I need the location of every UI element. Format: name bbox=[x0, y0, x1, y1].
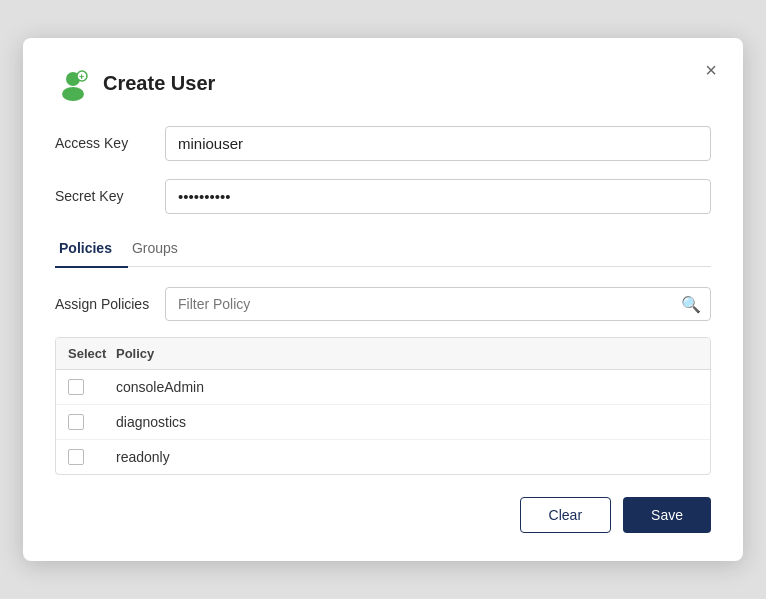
secret-key-input[interactable] bbox=[165, 179, 711, 214]
policy-table-header: Select Policy bbox=[56, 338, 710, 370]
policy-checkbox[interactable] bbox=[68, 414, 84, 430]
policy-table-body[interactable]: consoleAdmin diagnostics readonly bbox=[56, 370, 710, 474]
select-cell bbox=[68, 449, 116, 465]
create-user-modal: × + Create User Access Key Secret Key Po… bbox=[23, 38, 743, 562]
save-button[interactable]: Save bbox=[623, 497, 711, 533]
secret-key-row: Secret Key bbox=[55, 179, 711, 214]
filter-input-wrap: 🔍 bbox=[165, 287, 711, 321]
table-row: readonly bbox=[56, 440, 710, 474]
col-select-header: Select bbox=[68, 346, 116, 361]
policy-name: consoleAdmin bbox=[116, 379, 698, 395]
clear-button[interactable]: Clear bbox=[520, 497, 611, 533]
policy-name: readonly bbox=[116, 449, 698, 465]
table-row: diagnostics bbox=[56, 405, 710, 440]
policy-checkbox[interactable] bbox=[68, 449, 84, 465]
user-icon: + bbox=[55, 66, 91, 102]
access-key-label: Access Key bbox=[55, 135, 165, 151]
policy-table: Select Policy consoleAdmin diagnostics bbox=[55, 337, 711, 475]
search-icon: 🔍 bbox=[681, 295, 701, 314]
assign-policies-label: Assign Policies bbox=[55, 296, 165, 312]
close-button[interactable]: × bbox=[699, 56, 723, 84]
tab-policies[interactable]: Policies bbox=[55, 232, 128, 268]
modal-title: Create User bbox=[103, 72, 215, 95]
col-policy-header: Policy bbox=[116, 346, 698, 361]
assign-policies-row: Assign Policies 🔍 bbox=[55, 287, 711, 321]
modal-footer: Clear Save bbox=[55, 497, 711, 533]
select-cell bbox=[68, 379, 116, 395]
modal-header: + Create User bbox=[55, 66, 711, 102]
secret-key-label: Secret Key bbox=[55, 188, 165, 204]
svg-point-1 bbox=[62, 87, 84, 101]
svg-text:+: + bbox=[79, 72, 84, 82]
access-key-input[interactable] bbox=[165, 126, 711, 161]
access-key-row: Access Key bbox=[55, 126, 711, 161]
tab-groups[interactable]: Groups bbox=[128, 232, 194, 268]
policy-checkbox[interactable] bbox=[68, 379, 84, 395]
filter-policy-input[interactable] bbox=[165, 287, 711, 321]
select-cell bbox=[68, 414, 116, 430]
modal-overlay: × + Create User Access Key Secret Key Po… bbox=[0, 0, 766, 599]
tabs-bar: Policies Groups bbox=[55, 232, 711, 268]
table-row: consoleAdmin bbox=[56, 370, 710, 405]
policy-name: diagnostics bbox=[116, 414, 698, 430]
